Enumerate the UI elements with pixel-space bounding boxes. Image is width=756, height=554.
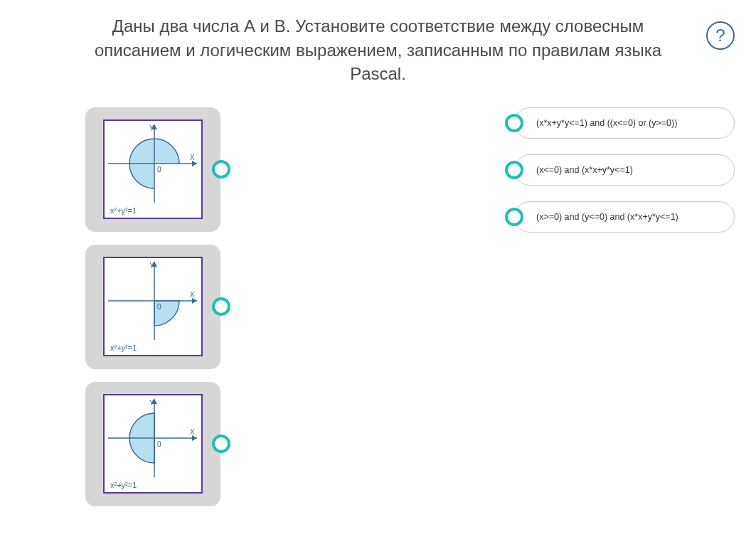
- answer-text-3: (x>=0) and (y<=0) and (x*x+y*y<=1): [536, 212, 678, 222]
- connector-source-1[interactable]: [212, 160, 230, 179]
- answer-text-2: (x<=0) and (x*x+y*y<=1): [536, 165, 633, 175]
- svg-marker-5: [192, 298, 197, 304]
- origin-label: 0: [157, 440, 161, 448]
- graph-inner-2: Y X 0 x²+y²=1: [103, 257, 203, 356]
- question-text: Даны два числа А и В. Установите соответ…: [0, 0, 756, 93]
- y-axis-label: Y: [149, 399, 154, 407]
- connector-target-3[interactable]: [505, 208, 523, 226]
- answer-text-1: (x*x+y*y<=1) and ((x<=0) or (y>=0)): [536, 118, 677, 128]
- origin-label: 0: [157, 303, 161, 311]
- graph-svg-2: Y X 0: [105, 258, 204, 343]
- graph-card-3[interactable]: Y X 0 x²+y²=1: [85, 382, 220, 506]
- answer-item-3[interactable]: (x>=0) and (y<=0) and (x*x+y*y<=1): [514, 201, 735, 233]
- equation-label-3: x²+y²=1: [107, 479, 139, 491]
- equation-label-1: x²+y²=1: [107, 205, 139, 216]
- y-axis-label: Y: [149, 124, 154, 132]
- content-area: Y X 0 x²+y²=1: [0, 93, 756, 521]
- graph-card-1[interactable]: Y X 0 x²+y²=1: [85, 107, 220, 232]
- svg-marker-9: [192, 435, 197, 441]
- connector-source-3[interactable]: [212, 435, 230, 453]
- x-axis-label: X: [190, 428, 195, 436]
- origin-label: 0: [157, 166, 161, 174]
- svg-marker-1: [192, 161, 197, 166]
- x-axis-label: X: [190, 154, 195, 161]
- graph-card-2[interactable]: Y X 0 x²+y²=1: [85, 245, 220, 369]
- graph-svg-3: Y X 0: [105, 395, 204, 481]
- answers-column: (x*x+y*y<=1) and ((x<=0) or (y>=0)) (x<=…: [514, 107, 735, 506]
- help-button[interactable]: ?: [706, 21, 735, 50]
- x-axis-label: X: [190, 291, 195, 299]
- y-axis-label: Y: [149, 262, 154, 270]
- equation-label-2: x²+y²=1: [107, 342, 139, 353]
- answer-item-1[interactable]: (x*x+y*y<=1) and ((x<=0) or (y>=0)): [514, 107, 735, 139]
- connector-source-2[interactable]: [212, 297, 230, 316]
- graph-inner-3: Y X 0 x²+y²=1: [103, 394, 203, 494]
- graph-inner-1: Y X 0 x²+y²=1: [103, 119, 203, 219]
- graphs-column: Y X 0 x²+y²=1: [85, 107, 220, 506]
- graph-svg-1: Y X 0: [105, 121, 204, 206]
- answer-item-2[interactable]: (x<=0) and (x*x+y*y<=1): [514, 154, 735, 186]
- connector-target-1[interactable]: [505, 114, 523, 132]
- connector-target-2[interactable]: [505, 161, 523, 179]
